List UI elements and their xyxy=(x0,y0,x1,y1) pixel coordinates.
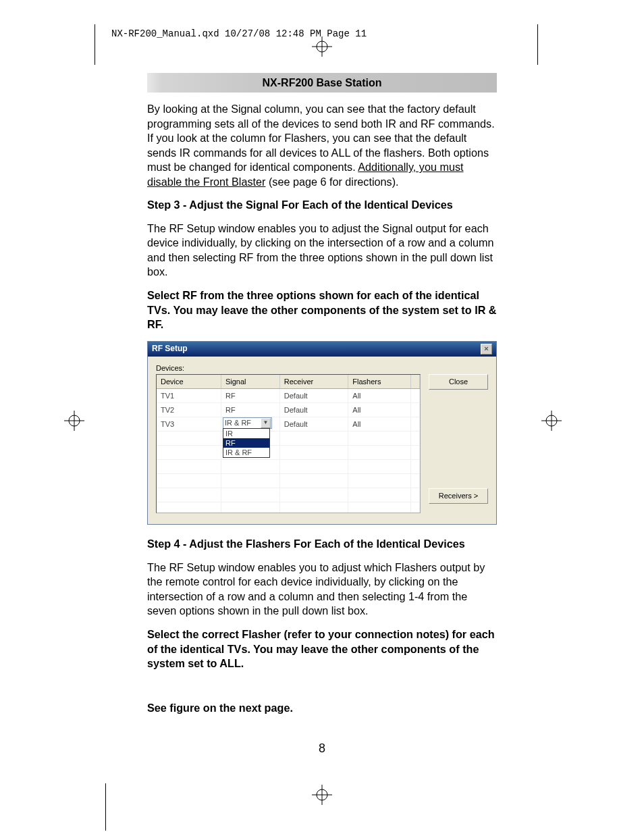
registration-mark-icon xyxy=(64,411,84,431)
col-spacer xyxy=(411,375,420,389)
step3-instruction: Select RF from the three options shown f… xyxy=(147,288,497,332)
dropdown-value: IR & RF xyxy=(225,418,251,428)
cell-flashers[interactable]: All xyxy=(348,389,411,403)
cell-receiver[interactable]: Default xyxy=(279,417,348,432)
crop-mark xyxy=(105,783,106,831)
registration-mark-icon xyxy=(312,785,332,805)
page-number: 8 xyxy=(0,741,644,756)
window-title: RF Setup xyxy=(152,344,188,355)
dropdown-option[interactable]: IR & RF xyxy=(223,448,269,457)
step4-heading: Step 4 - Adjust the Flashers For Each of… xyxy=(147,537,497,552)
registration-mark-icon xyxy=(541,411,562,431)
col-signal[interactable]: Signal xyxy=(221,375,279,389)
step3-paragraph: The RF Setup window enables you to adjus… xyxy=(147,221,497,280)
col-flashers[interactable]: Flashers xyxy=(348,375,411,389)
step3-heading: Step 3 - Adjust the Signal For Each of t… xyxy=(147,198,497,213)
cell-device: TV3 xyxy=(157,417,221,432)
registration-mark-icon xyxy=(312,36,332,57)
cell-receiver[interactable]: Default xyxy=(279,389,348,403)
chevron-down-icon[interactable]: ▼ xyxy=(261,418,271,428)
crop-mark xyxy=(537,24,538,65)
intro-paragraph: By looking at the Signal column, you can… xyxy=(147,102,497,189)
dropdown-option-selected[interactable]: RF xyxy=(223,438,269,448)
devices-label: Devices: xyxy=(156,363,488,373)
cell-device: TV2 xyxy=(157,403,221,417)
rf-setup-window: RF Setup × Devices: Device Signal Receiv… xyxy=(147,341,497,525)
col-receiver[interactable]: Receiver xyxy=(279,375,348,389)
receivers-button[interactable]: Receivers > xyxy=(429,488,488,504)
close-button[interactable]: Close xyxy=(429,374,488,390)
signal-dropdown[interactable]: IR & RF ▼ xyxy=(223,417,272,429)
cell-signal[interactable]: RF xyxy=(221,389,279,403)
cell-signal[interactable]: RF xyxy=(221,403,279,417)
table-row[interactable]: TV1 RF Default All xyxy=(157,389,420,403)
col-device[interactable]: Device xyxy=(157,375,221,389)
page-title-bar: NX-RF200 Base Station xyxy=(147,73,497,93)
cell-flashers[interactable]: All xyxy=(348,403,411,417)
step4-paragraph: The RF Setup window enables you to adjus… xyxy=(147,561,497,619)
cell-signal-dropdown[interactable]: IR & RF ▼ IR RF IR & RF xyxy=(221,417,279,432)
crop-mark xyxy=(95,24,95,65)
window-titlebar: RF Setup × xyxy=(148,342,496,357)
devices-table: Device Signal Receiver Flashers TV1 RF xyxy=(156,374,421,513)
cell-receiver[interactable]: Default xyxy=(279,403,348,417)
step4-instruction: Select the correct Flasher (refer to you… xyxy=(147,627,497,671)
table-header-row: Device Signal Receiver Flashers xyxy=(157,375,420,389)
cell-device: TV1 xyxy=(157,389,221,403)
table-row[interactable]: TV3 IR & RF ▼ IR RF xyxy=(157,417,420,432)
table-row[interactable]: TV2 RF Default All xyxy=(157,403,420,417)
dropdown-list: IR RF IR & RF xyxy=(223,428,270,458)
cell-flashers[interactable]: All xyxy=(348,417,411,432)
intro-text-b: (see page 6 for directions). xyxy=(265,176,398,188)
dropdown-option[interactable]: IR xyxy=(223,429,269,438)
close-icon[interactable]: × xyxy=(481,344,492,355)
see-figure-note: See figure on the next page. xyxy=(147,701,497,716)
